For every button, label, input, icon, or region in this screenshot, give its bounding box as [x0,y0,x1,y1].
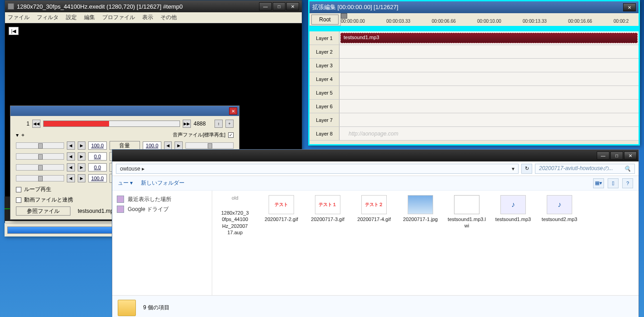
param-inc-button[interactable]: ▶ [78,163,85,171]
param-value-left[interactable]: 100.0 [88,174,107,182]
layer-label[interactable]: Layer 7 [310,113,339,126]
organize-menu[interactable]: ュー ▾ [118,179,133,187]
ref-file-button[interactable]: 参照ファイル [16,206,70,216]
filter-enable-checkbox[interactable]: ✓ [228,132,234,138]
menu-edit[interactable]: 編集 [84,14,95,21]
layer-label[interactable]: Layer 3 [310,59,339,72]
layer-label[interactable]: Layer 2 [310,45,339,58]
param-value-left[interactable]: 0.0 [88,163,107,171]
add-button[interactable]: + [225,120,234,128]
layer-track[interactable] [339,100,639,113]
menu-other[interactable]: その他 [160,14,177,21]
help-button[interactable]: ? [622,178,633,188]
layer-label[interactable]: Layer 8 [310,127,339,140]
param-dec2-button[interactable]: ◀ [164,141,172,150]
param-value-right[interactable]: 100.0 [143,141,161,150]
param-dec-button[interactable]: ◀ [67,141,75,150]
layer-track[interactable]: testsound1.mp3 [339,31,639,45]
param-dec-button[interactable]: ◀ [67,163,75,171]
refresh-button[interactable]: ↻ [521,164,532,174]
timeline-ruler[interactable]: 00:00:00.0000:00:03.3300:00:06.6600:00:1… [340,13,639,26]
param-slider-left[interactable] [16,175,64,181]
loop-checkbox[interactable] [16,187,21,192]
new-folder-button[interactable]: 新しいフォルダー [141,179,185,187]
expand-icon[interactable]: ▾ [16,132,19,138]
preview-pane-button[interactable]: ▯ [608,178,619,188]
file-item[interactable]: テスト２20200717-4.gif [354,195,394,222]
param-inc-button[interactable]: ▶ [78,152,85,161]
param-value-left[interactable]: 100.0 [88,141,107,150]
timeline-titlebar[interactable]: 拡張編集 [00:00:00.00] [1/12627] ✕ [310,1,639,13]
file-item-partial[interactable]: old 1280x720_3 0fps_44100 Hz_202007 17.a… [215,195,255,236]
file-name: 20200717-4.gif [354,216,394,222]
layer-row: Layer 5 [310,86,639,100]
param-inc2-button[interactable]: ▶ [175,141,182,150]
param-slider-left[interactable] [16,164,64,171]
frame-next-button[interactable]: ▶▶ [183,120,191,128]
layer-label[interactable]: Layer 1 [310,31,339,45]
options-button[interactable]: ↕ [215,120,223,128]
chapter-start-icon[interactable]: |◀ [9,27,19,35]
exp-minimize-button[interactable]: — [597,151,609,160]
file-item[interactable]: testsound2.mp3 [539,195,579,222]
file-grid[interactable]: old 1280x720_3 0fps_44100 Hz_202007 17.a… [212,191,639,295]
link-checkbox[interactable] [16,197,21,203]
file-thumbnail [408,195,433,214]
param-value-left[interactable]: 0.0 [88,152,107,161]
param-name-button[interactable]: 音量 [110,141,140,150]
file-item[interactable]: テスト20200717-2.gif [261,195,301,222]
layer-label[interactable]: Layer 6 [310,100,339,113]
param-inc-button[interactable]: ▶ [78,174,85,182]
param-slider-left[interactable] [16,142,64,149]
sidebar-item-recent[interactable]: 最近表示した場所 [117,194,207,204]
loop-label: ループ再生 [24,186,51,193]
file-item[interactable]: testsound1.mp3.lwi [447,195,487,229]
menu-settings[interactable]: 設定 [66,14,77,21]
ruler-tick: 00:00:03.33 [386,19,410,24]
menu-view[interactable]: 表示 [142,14,153,21]
layer-track[interactable] [339,72,639,86]
props-titlebar[interactable]: ✕ [10,106,239,116]
exp-maximize-button[interactable]: □ [610,151,623,160]
param-slider-left[interactable] [16,153,64,160]
layer-track[interactable] [339,59,639,72]
layer-track[interactable] [339,45,639,58]
menu-file[interactable]: ファイル [8,14,30,21]
minimize-button[interactable]: — [259,2,272,10]
param-dec-button[interactable]: ◀ [67,174,75,182]
param-slider-right[interactable] [185,142,234,149]
param-dec-button[interactable]: ◀ [67,152,75,161]
frame-seekbar[interactable] [43,121,180,127]
menu-filter[interactable]: フィルタ [37,14,59,21]
timeline-header: Root 00:00:00.0000:00:03.3300:00:06.6600… [310,13,639,26]
ruler-tick: 00:00:06.66 [432,19,456,24]
exp-close-button[interactable]: ✕ [624,151,637,160]
layer-label[interactable]: Layer 4 [310,72,339,86]
props-close-button[interactable]: ✕ [229,107,237,115]
link-label: 動画ファイルと連携 [24,196,73,204]
main-titlebar[interactable]: 1280x720_30fps_44100Hz.exedit (1280,720)… [5,0,302,12]
close-button[interactable]: ✕ [286,2,299,10]
layer-track[interactable] [339,113,639,126]
root-button[interactable]: Root [311,15,339,25]
sidebar-item-gdrive[interactable]: Google ドライブ [117,204,207,214]
layer-label[interactable]: Layer 5 [310,86,339,99]
file-item[interactable]: テスト１20200717-3.gif [308,195,348,222]
timeline-close-button[interactable]: ✕ [623,3,636,11]
explorer-titlebar[interactable]: — □ ✕ [112,150,639,161]
maximize-button[interactable]: □ [273,2,285,10]
menu-profile[interactable]: プロファイル [102,14,135,21]
layer-track[interactable] [339,86,639,99]
file-item[interactable]: testsound1.mp3 [493,195,533,222]
audio-clip[interactable]: testsound1.mp3 [340,33,638,43]
search-input[interactable]: 20200717-aviutl-howtouseの...🔍 [535,164,635,174]
playhead[interactable] [341,13,347,19]
param-inc-button[interactable]: ▶ [78,141,85,150]
layer-row: Layer 6 [310,100,639,113]
frame-prev-button[interactable]: ◀◀ [32,120,40,128]
view-mode-button[interactable]: ▦▾ [593,178,604,188]
file-item[interactable]: 20200717-1.jpg [400,195,440,222]
breadcrumb[interactable]: owtouse ▸▾ [116,164,519,174]
layer-track[interactable]: http://aonopage.com [339,127,639,140]
menubar: ファイル フィルタ 設定 編集 プロファイル 表示 その他 [5,12,302,23]
